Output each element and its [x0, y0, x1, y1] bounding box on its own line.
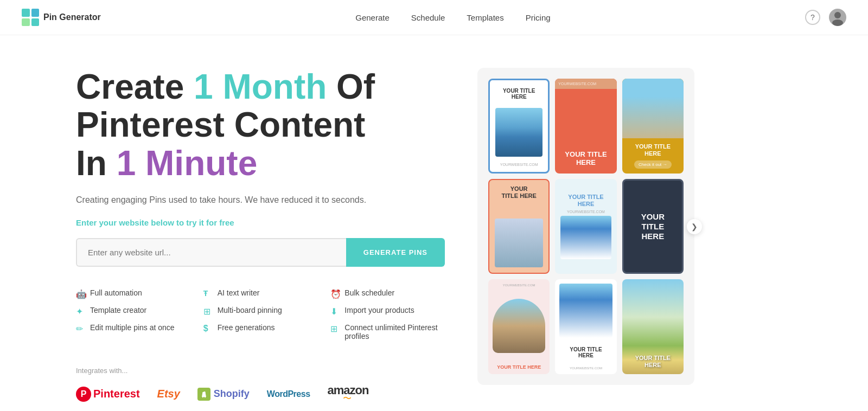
hero-accent1: 1 Month: [194, 67, 327, 106]
pin-1-image: [495, 108, 542, 157]
pin-3-title: YOUR TITLEHERE: [635, 143, 671, 157]
feature-template-creator: ✦ Template creator: [76, 306, 190, 317]
pin-2-title: YOUR TITLEHERE: [561, 150, 610, 167]
cta-label: Enter your website below to try it for f…: [76, 218, 445, 227]
url-input-row: GENERATE PINS: [76, 238, 445, 267]
feature-label-import-products: Import your products: [344, 306, 414, 314]
pin-7-url: YOURWEBSITE.COM: [493, 284, 545, 287]
dollar-icon: $: [203, 324, 213, 333]
feature-label-connect-profiles: Connect unlimited Pinterest profiles: [344, 323, 445, 341]
pin-1-url: YOURWEBSITE.COM: [495, 163, 542, 166]
nav-link-templates[interactable]: Templates: [467, 13, 503, 22]
ai-icon: Ŧ: [203, 289, 213, 298]
pin-gallery: YOUR TITLE HERE YOURWEBSITE.COM YOURWEBS…: [477, 68, 694, 385]
main-content: Create 1 Month Of Pinterest Content In 1…: [0, 35, 868, 411]
pinterest-logo: P Pinterest: [76, 387, 140, 402]
shopify-text: Shopify: [214, 388, 250, 400]
shopify-bag-icon: [197, 388, 210, 401]
hero-title-part2: Of: [327, 67, 375, 106]
pin-4-image: [495, 219, 543, 267]
pin-6-title: YOURTITLEHERE: [641, 212, 665, 241]
nav-link-pricing[interactable]: Pricing: [526, 13, 551, 22]
pin-card-8: YOUR TITLEHERE YOURWEBSITE.COM: [555, 279, 616, 374]
wordpress-text: WordPress: [267, 389, 310, 399]
feature-label-multi-board: Multi-board pinning: [218, 306, 282, 314]
etsy-logo: Etsy: [157, 388, 180, 400]
hero-section: Create 1 Month Of Pinterest Content In 1…: [76, 68, 445, 404]
pin-5-title: YOUR TITLEHERE: [568, 194, 603, 208]
pin-2-header: YOURWEBSITE.COM: [555, 79, 616, 89]
pin-card-1: YOUR TITLE HERE YOURWEBSITE.COM: [488, 79, 550, 174]
pin-card-5: YOUR TITLEHERE YOURWEBSITE.COM: [555, 179, 616, 274]
feature-multi-board: ⊞ Multi-board pinning: [203, 306, 318, 317]
feature-bulk-scheduler: ⏰ Bulk scheduler: [330, 288, 445, 299]
feature-connect-profiles: ⊞ Connect unlimited Pinterest profiles: [330, 323, 445, 341]
feature-edit-pins: ✏ Edit multiple pins at once: [76, 323, 190, 341]
nav-link-schedule[interactable]: Schedule: [411, 13, 445, 22]
logo-icon: [22, 9, 39, 26]
svg-point-0: [834, 12, 841, 18]
hero-accent2: 1 Minute: [117, 144, 258, 183]
feature-full-automation: 🤖 Full automation: [76, 288, 190, 299]
shopify-logo: Shopify: [197, 388, 250, 401]
pin-9-title: YOUR TITLEHERE: [628, 355, 678, 369]
pin-card-2: YOURWEBSITE.COM YOUR TITLEHERE: [555, 79, 616, 174]
hero-title-line3: In: [76, 144, 117, 183]
clock-icon: ⏰: [330, 289, 340, 299]
feature-label-template-creator: Template creator: [90, 306, 146, 314]
template-icon: ✦: [76, 306, 86, 317]
avatar[interactable]: [829, 9, 846, 26]
logo[interactable]: Pin Generator: [22, 9, 101, 26]
feature-label-full-automation: Full automation: [90, 288, 142, 297]
features-grid: 🤖 Full automation Ŧ AI text writer ⏰ Bul…: [76, 288, 445, 341]
pin-card-6: YOURTITLEHERE: [622, 179, 684, 274]
pin-5-url: YOURWEBSITE.COM: [567, 210, 605, 214]
pin-8-title: YOUR TITLEHERE: [559, 346, 612, 358]
gallery-card: YOUR TITLE HERE YOURWEBSITE.COM YOURWEBS…: [477, 68, 694, 385]
integrations-label: Integrates with...: [76, 367, 445, 375]
gallery-next-arrow[interactable]: ❯: [687, 219, 702, 234]
grid-icon: ⊞: [203, 306, 213, 317]
edit-icon: ✏: [76, 324, 86, 334]
integrations-logos: P Pinterest Etsy Shopify WordPress amazo…: [76, 383, 445, 404]
feature-import-products: ⬇ Import your products: [330, 306, 445, 317]
svg-point-3: [205, 396, 206, 397]
help-button[interactable]: ?: [805, 10, 820, 25]
logo-tile-4: [31, 18, 40, 27]
url-input[interactable]: [76, 238, 346, 267]
pin-card-7: YOURWEBSITE.COM YOUR TITLE HERE: [488, 279, 550, 374]
generate-button[interactable]: GENERATE PINS: [346, 238, 445, 267]
hero-subtitle: Creating engaging Pins used to take hour…: [76, 195, 445, 205]
feature-label-bulk-scheduler: Bulk scheduler: [344, 288, 394, 297]
download-icon: ⬇: [330, 306, 340, 317]
amazon-smile-icon: 〜: [343, 393, 353, 404]
navbar: Pin Generator Generate Schedule Template…: [0, 0, 868, 35]
pin-7-title: YOUR TITLE HERE: [493, 364, 545, 370]
pin-card-4: YOURTITLE HERE: [488, 179, 550, 274]
pin-1-title: YOUR TITLE HERE: [495, 86, 542, 102]
logo-tile-1: [22, 9, 30, 17]
logo-tile-3: [22, 18, 30, 27]
svg-point-2: [202, 396, 203, 397]
hero-title-part1: Create: [76, 67, 194, 106]
nav-link-generate[interactable]: Generate: [355, 13, 390, 22]
pin-5-image: [560, 216, 611, 259]
pin-3-check: Check it out →: [634, 160, 671, 169]
pinterest-circle-icon: P: [76, 387, 91, 402]
pin-3-image: [622, 79, 684, 138]
feature-ai-text-writer: Ŧ AI text writer: [203, 288, 318, 299]
feature-free-generations: $ Free generations: [203, 323, 318, 341]
pinterest-text: Pinterest: [93, 388, 140, 400]
feature-label-ai-text-writer: AI text writer: [218, 288, 260, 297]
nav-links: Generate Schedule Templates Pricing: [355, 13, 550, 22]
hero-title-line2: Pinterest Content: [76, 105, 365, 144]
svg-point-1: [832, 20, 843, 26]
amazon-logo: amazon 〜: [328, 383, 369, 404]
nav-right: ?: [805, 9, 846, 26]
pin-card-3: YOUR TITLEHERE Check it out →: [622, 79, 684, 174]
connect-icon: ⊞: [330, 324, 340, 334]
pin-8-image: [559, 284, 612, 338]
logo-tile-2: [31, 9, 40, 17]
feature-label-edit-pins: Edit multiple pins at once: [90, 323, 175, 332]
feature-label-free-generations: Free generations: [218, 323, 275, 332]
